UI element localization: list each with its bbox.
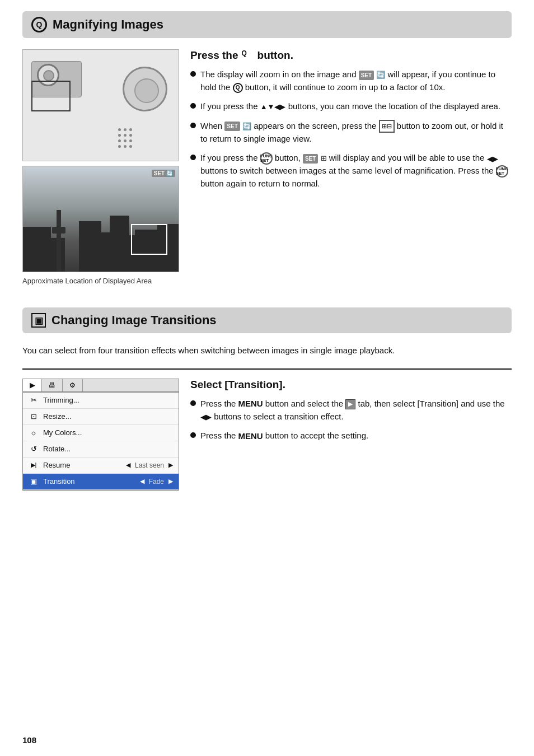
bullet-text-3: When SET 🔄 appears on the screen, press …	[200, 120, 512, 146]
resume-arrow-right: ▶	[168, 461, 173, 469]
menu-item-trimming: ✂ Trimming...	[23, 393, 179, 409]
magnify-bullet-list: The display will zoom in on the image an…	[190, 68, 512, 190]
transitions-section: ▣ Changing Image Transitions You can sel…	[22, 307, 512, 491]
magnify-section-title: Magnifying Images	[53, 17, 163, 32]
press-the-text: Press the	[190, 49, 238, 62]
rotate-label: Rotate...	[43, 445, 173, 453]
bullet-item-3: When SET 🔄 appears on the screen, press …	[190, 120, 512, 146]
transition-bullet-list: Press the MENU button and select the ▶ t…	[190, 398, 512, 443]
menu-label-2: MENU	[238, 430, 263, 443]
transition-bullet-2: Press the MENU button to accept the sett…	[190, 430, 512, 442]
page: Q Magnifying Images	[0, 0, 534, 756]
magnify-section-header: Q Magnifying Images	[22, 11, 512, 38]
separator	[22, 368, 512, 370]
trans-bullet-dot-1	[190, 400, 196, 406]
trans-bullet-text-1: Press the MENU button and select the ▶ t…	[200, 398, 512, 423]
search-icon-inline: Q	[233, 83, 243, 93]
menu-tabs: ▶ 🖶 ⚙	[23, 379, 179, 393]
magnify-section: Q Magnifying Images	[22, 11, 512, 285]
bullet-item-4: If you press the FUNCSET button, SET ⊞ w…	[190, 152, 512, 190]
bullet-dot-3	[190, 123, 196, 128]
trans-bullet-dot-2	[190, 432, 196, 438]
transitions-icon: ▣	[31, 313, 46, 328]
search-icon: Q	[31, 17, 47, 32]
bullet-text-4: If you press the FUNCSET button, SET ⊞ w…	[200, 152, 512, 190]
lr-arrows: ◀▶	[487, 153, 498, 165]
resume-icon: ▶|	[29, 460, 39, 470]
set-badge-inline-3: SET	[303, 154, 318, 164]
trimming-label: Trimming...	[43, 396, 173, 404]
func-set-button-2: FUNCSET	[496, 165, 508, 178]
playback-tab-icon: ▶	[345, 399, 355, 409]
button-text: button.	[257, 49, 293, 62]
bullet-text-1: The display will zoom in on the image an…	[200, 68, 512, 94]
resume-arrow-left: ◀	[126, 461, 130, 469]
transition-value: Fade	[149, 478, 164, 486]
resume-label: Resume	[43, 461, 121, 469]
transition-text-content: Select [Transition]. Press the MENU butt…	[190, 379, 512, 491]
menu-item-resize: ⊡ Resize...	[23, 409, 179, 425]
mycolors-icon: ☼	[29, 428, 39, 438]
bullet-dot-4	[190, 155, 196, 160]
select-transition-title: Select [Transition].	[190, 379, 285, 391]
transition-arrow-right: ▶	[168, 478, 173, 485]
menu-item-mycolors: ☼ My Colors...	[23, 425, 179, 441]
bullet-dot-2	[190, 103, 196, 109]
zoom-out-button: ⊞⊟	[379, 120, 395, 133]
bullet-item-1: The display will zoom in on the image an…	[190, 68, 512, 94]
page-number: 108	[22, 735, 36, 745]
transition-arrow-left: ◀	[140, 478, 144, 485]
menu-label-1: MENU	[238, 398, 263, 410]
transitions-section-header: ▣ Changing Image Transitions	[22, 307, 512, 333]
func-set-button: FUNCSET	[260, 152, 273, 165]
menu-item-transition: ▣ Transition ◀ Fade ▶	[23, 474, 179, 490]
transition-label: Transition	[43, 477, 135, 486]
camera-image	[22, 49, 179, 161]
menu-tab-playback: ▶	[23, 379, 42, 391]
magnify-text-content: Press the Q button. The display will zoo…	[190, 49, 512, 285]
selection-rect	[131, 224, 167, 255]
set-badge-inline-2: SET	[224, 122, 240, 131]
city-image: SET 🔄	[22, 166, 179, 272]
bullet-item-2: If you press the ▲▼◀▶ buttons, you can m…	[190, 100, 512, 113]
resize-label: Resize...	[43, 412, 173, 421]
resume-value: Last seen	[135, 461, 164, 469]
magnify-subsection-title: Press the Q button.	[190, 49, 512, 62]
magnify-content: SET 🔄 Approximate Location of Displayed …	[22, 49, 512, 285]
set-badge-inline: SET	[359, 71, 374, 80]
menu-item-resume: ▶| Resume ◀ Last seen ▶	[23, 458, 179, 474]
search-button-icon: Q	[242, 49, 254, 62]
menu-screenshot: ▶ 🖶 ⚙ ✂ Trimming... ⊡ Resize... ☼ My Col…	[22, 379, 179, 491]
transition-icon: ▣	[29, 477, 39, 487]
rotate-icon: ↺	[29, 444, 39, 454]
mycolors-label: My Colors...	[43, 428, 173, 437]
trans-bullet-text-2: Press the MENU button to accept the sett…	[200, 430, 368, 442]
menu-tab-print: 🖶	[42, 379, 63, 391]
resize-icon: ⊡	[29, 412, 39, 422]
bullet-text-2: If you press the ▲▼◀▶ buttons, you can m…	[200, 100, 500, 113]
transitions-content: ▶ 🖶 ⚙ ✂ Trimming... ⊡ Resize... ☼ My Col…	[22, 379, 512, 491]
lr-arrows-2: ◀▶	[200, 412, 212, 423]
magnify-images: SET 🔄 Approximate Location of Displayed …	[22, 49, 179, 285]
transitions-section-title: Changing Image Transitions	[51, 313, 217, 328]
menu-item-rotate: ↺ Rotate...	[23, 441, 179, 458]
set-badge: SET 🔄	[152, 170, 175, 177]
menu-tab-settings: ⚙	[63, 379, 83, 391]
transitions-intro: You can select from four transition effe…	[22, 344, 512, 357]
bullet-dot-1	[190, 71, 196, 77]
transition-subsection-title: Select [Transition].	[190, 379, 512, 391]
transition-bullet-1: Press the MENU button and select the ▶ t…	[190, 398, 512, 423]
image-caption: Approximate Location of Displayed Area	[22, 277, 179, 285]
trimming-icon: ✂	[29, 395, 39, 405]
directional-arrows: ▲▼◀▶	[260, 101, 286, 113]
